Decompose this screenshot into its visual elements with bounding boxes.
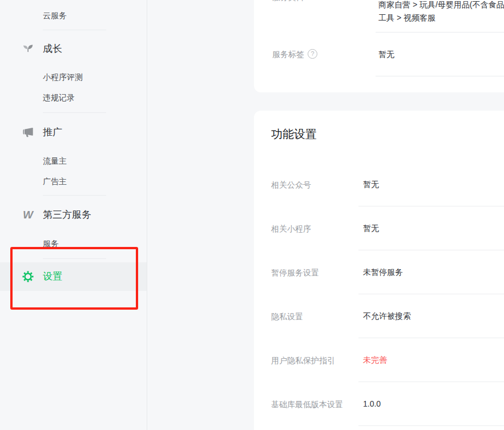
gear-icon	[22, 270, 34, 283]
row-value: 暂无	[363, 179, 379, 190]
row-label: 基础库最低版本设置	[271, 399, 343, 410]
sidebar-divider	[43, 112, 106, 113]
user-privacy-guide-row: 用户隐私保护指引 未完善	[254, 338, 504, 382]
sidebar-item-traffic-master[interactable]: 流量主	[0, 155, 189, 167]
service-info-card: 服务类目 商家自营 > 玩具/母婴用品(不含食品 工具 > 视频客服 服务标签 …	[254, 0, 504, 92]
sidebar-item-label: 第三方服务	[43, 208, 91, 222]
sidebar-item-mini-program-evaluation[interactable]: 小程序评测	[0, 71, 189, 83]
base-library-version-row: 基础库最低版本设置 1.0.0	[254, 382, 504, 426]
row-value: 1.0.0	[363, 398, 381, 409]
sidebar-divider	[43, 30, 106, 30]
row-label: 服务类目	[272, 0, 304, 3]
sidebar-item-violation-records[interactable]: 违规记录	[0, 92, 189, 103]
function-settings-card: 功能设置 相关公众号 暂无 相关小程序 暂无 暂停服务设置 未暂停服务 隐私设置…	[254, 111, 504, 430]
privacy-settings-row: 隐私设置 不允许被搜索	[254, 294, 504, 338]
related-miniprogram-row: 相关小程序 暂无	[254, 206, 504, 250]
section-title: 功能设置	[271, 125, 317, 143]
sidebar-divider	[43, 195, 106, 196]
service-tag-value: 暂无	[378, 48, 394, 60]
megaphone-icon	[22, 126, 34, 139]
row-label: 暂停服务设置	[271, 267, 319, 278]
related-official-account-row: 相关公众号 暂无	[254, 163, 504, 206]
row-label: 服务标签 ?	[272, 48, 317, 60]
sidebar: 云服务 成长 小程序评测 违规记录 推	[0, 0, 147, 430]
pause-service-row: 暂停服务设置 未暂停服务	[254, 250, 504, 294]
sidebar-divider	[43, 258, 106, 259]
sprout-icon	[22, 42, 34, 55]
row-label: 相关小程序	[271, 223, 311, 234]
row-divider	[376, 76, 504, 76]
sidebar-item-label: 成长	[43, 42, 62, 56]
sidebar-item-service[interactable]: 服务	[0, 238, 189, 249]
row-value: 暂无	[363, 222, 379, 234]
sidebar-item-third-party-services[interactable]: W 第三方服务	[0, 208, 147, 222]
sidebar-item-promotion[interactable]: 推广	[0, 125, 147, 139]
row-value-alert: 未完善	[363, 354, 387, 366]
sidebar-item-cloud-service[interactable]: 云服务	[0, 10, 189, 21]
row-label: 隐私设置	[271, 311, 303, 322]
sidebar-item-settings[interactable]: 设置	[0, 270, 147, 283]
row-label: 用户隐私保护指引	[271, 355, 335, 366]
service-category-row: 服务类目 商家自营 > 玩具/母婴用品(不含食品 工具 > 视频客服	[254, 0, 504, 32]
wechat-miniprogram-console: 云服务 成长 小程序评测 违规记录 推	[0, 0, 504, 430]
third-party-icon: W	[22, 209, 34, 221]
sidebar-item-label: 设置	[43, 270, 62, 283]
sidebar-item-advertiser[interactable]: 广告主	[0, 176, 189, 187]
row-label: 相关公众号	[271, 179, 311, 190]
sidebar-item-growth[interactable]: 成长	[0, 42, 147, 56]
row-value: 未暂停服务	[363, 266, 403, 278]
service-tag-row: 服务标签 ? 暂无	[254, 32, 504, 76]
service-category-value-line1: 商家自营 > 玩具/母婴用品(不含食品	[378, 0, 504, 11]
sidebar-item-label: 推广	[43, 125, 62, 139]
service-category-value-line2: 工具 > 视频客服	[378, 11, 436, 25]
help-icon[interactable]: ?	[308, 49, 317, 59]
row-value: 不允许被搜索	[363, 310, 411, 322]
